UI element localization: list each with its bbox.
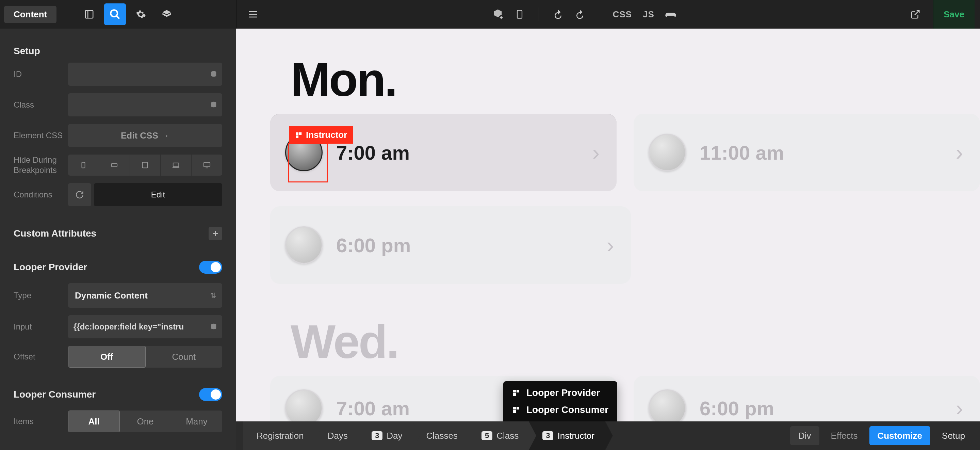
effects-button[interactable]: Effects [823,426,866,445]
items-all[interactable]: All [68,410,120,432]
looper-input-field[interactable]: {{dc:looper:field key="instru [68,315,222,338]
database-icon[interactable] [210,323,218,330]
hamburger-icon[interactable] [242,3,264,25]
class-card[interactable]: 6:00 pm › [270,206,631,284]
database-icon[interactable] [210,101,218,109]
looper-consumer-heading: Looper Consumer [14,389,95,400]
svg-rect-21 [299,132,301,134]
bp-phone-land-icon[interactable] [99,155,130,176]
svg-rect-17 [204,163,210,167]
offset-count[interactable]: Count [146,346,223,368]
css-tab[interactable]: CSS [613,9,632,20]
type-label: Type [14,291,68,300]
crumb-instructor[interactable]: 3Instructor [529,421,605,450]
input-label: Input [14,322,68,332]
class-time: 7:00 am [336,397,410,420]
svg-rect-25 [513,393,516,396]
search-icon[interactable] [104,3,126,25]
svg-rect-20 [296,132,298,134]
items-one[interactable]: One [120,410,171,432]
element-tooltip: Looper Provider Looper Consumer Dynamic … [503,381,617,421]
id-input[interactable] [68,63,222,86]
svg-rect-23 [513,390,516,393]
content-button[interactable]: Content [4,6,56,23]
breadcrumbs: Registration Days 3Day Classes 5Class 3I… [236,421,605,450]
gear-icon[interactable] [130,3,152,25]
bottom-right-controls: Div Effects Customize Setup [790,421,980,450]
svg-rect-0 [86,11,93,18]
items-many[interactable]: Many [171,410,222,432]
bp-phone-icon[interactable] [68,155,99,176]
conditions-edit-button[interactable]: Edit [94,183,222,206]
breadcrumb-bar: Registration Days 3Day Classes 5Class 3I… [236,421,980,450]
avatar [285,227,323,264]
top-toolbar-left: Content [0,0,236,29]
cube-add-icon[interactable] [487,3,509,25]
svg-line-9 [915,11,920,15]
looper-provider-toggle[interactable] [199,261,222,274]
hide-breakpoints-label: Hide During Breakpoints [14,155,68,175]
bp-laptop-icon[interactable] [161,155,192,176]
save-button[interactable]: Save [933,0,975,29]
class-time: 7:00 am [336,141,410,164]
bp-desktop-icon[interactable] [192,155,222,176]
top-toolbar-right: CSS JS Save [237,0,980,29]
chevron-right-icon: › [956,140,963,165]
avatar [285,389,323,421]
looper-consumer-toggle[interactable] [199,388,222,401]
svg-rect-28 [513,410,516,413]
div-button[interactable]: Div [790,426,819,445]
class-card[interactable]: 11:00 am › [633,114,980,191]
device-icon[interactable] [509,3,530,25]
avatar [649,389,686,421]
conditions-refresh-icon[interactable] [68,183,91,206]
setup-heading: Setup [14,46,222,56]
items-segmented[interactable]: All One Many [68,410,222,432]
setup-button[interactable]: Setup [934,426,973,445]
tooltip-row: Looper Provider [527,387,600,398]
svg-rect-24 [517,390,519,393]
svg-rect-14 [143,162,148,168]
class-time: 11:00 am [700,141,784,164]
type-select[interactable]: Dynamic Content ⇅ [68,283,222,308]
undo-icon[interactable] [547,3,569,25]
edit-css-button[interactable]: Edit CSS → [68,124,222,147]
layers-icon[interactable] [156,3,178,25]
svg-rect-12 [82,162,85,168]
class-time: 6:00 pm [336,234,411,257]
chevron-right-icon: › [607,233,614,258]
day-heading-mon: Mon. [291,56,980,104]
external-link-icon[interactable] [904,3,926,25]
crumb-day[interactable]: 3Day [358,421,413,450]
preview-canvas[interactable]: Mon. 7:00 am › 11:00 am › 6:00 pm › Wed.… [236,29,980,421]
js-tab[interactable]: JS [643,9,654,20]
looper-provider-heading: Looper Provider [14,262,87,273]
chevron-right-icon: › [956,396,963,421]
crumb-class[interactable]: 5Class [468,421,529,450]
custom-attributes-heading: Custom Attributes [14,228,96,239]
offset-off[interactable]: Off [68,346,146,368]
redo-icon[interactable] [569,3,591,25]
id-label: ID [14,69,68,79]
crumb-classes[interactable]: Classes [412,421,468,450]
panel-icon[interactable] [78,3,100,25]
tooltip-row: Looper Consumer [527,404,608,415]
add-attribute-button[interactable]: + [208,227,222,240]
svg-rect-27 [517,407,519,410]
selection-badge: Instructor [289,126,353,144]
element-css-label: Element CSS [14,131,68,140]
svg-rect-26 [513,407,516,410]
crumb-registration[interactable]: Registration [243,421,314,450]
class-card[interactable]: 6:00 pm › [633,376,980,421]
database-icon[interactable] [210,70,218,78]
customize-button[interactable]: Customize [869,426,930,445]
class-input[interactable] [68,93,222,116]
day-heading-wed: Wed. [291,318,980,365]
class-card[interactable]: 7:00 am › [270,114,617,191]
svg-rect-15 [173,163,179,167]
gamepad-icon[interactable] [660,3,682,25]
bp-tablet-icon[interactable] [130,155,161,176]
class-label: Class [14,100,68,110]
offset-segmented[interactable]: Off Count [68,346,222,368]
breakpoint-segmented[interactable] [68,155,222,176]
